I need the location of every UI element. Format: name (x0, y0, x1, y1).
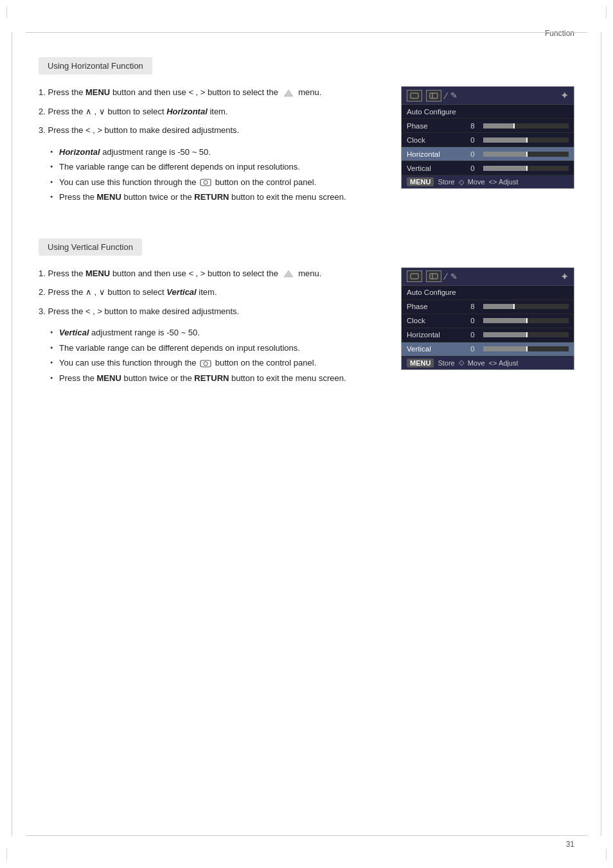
horizontal-bar-v (483, 332, 569, 337)
svg-point-7 (204, 181, 208, 184)
horizontal-content-row: 1. Press the MENU button and then use < … (39, 86, 574, 206)
clock-value-h: 0 (465, 136, 481, 144)
horizontal-bullets: Horizontal adjustment range is -50 ~ 50.… (51, 146, 388, 204)
horizontal-bullet-4: Press the MENU button twice or the RETUR… (51, 191, 388, 204)
horizontal-bullet-3: You can use this function through the bu… (51, 176, 388, 189)
menu-row-vertical-v: Vertical 0 (402, 342, 574, 357)
vertical-bar-h (483, 166, 569, 171)
svg-marker-5 (284, 90, 293, 96)
vertical-content-row: 1. Press the MENU button and then use < … (39, 267, 574, 387)
vbullet-1-kw: Vertical (59, 328, 89, 337)
horizontal-marker-v (526, 332, 528, 337)
menu-icon-1-v (407, 270, 422, 282)
ctrl-panel-icon-v (200, 359, 211, 368)
vstep-2-kw: Vertical (166, 287, 197, 297)
menu-arrow-icon-footer-v: ◇ (459, 359, 464, 367)
menu-row-autoconfigure-v: Auto Configure (402, 286, 574, 300)
menu-row-clock-v: Clock 0 (402, 314, 574, 328)
svg-rect-14 (411, 274, 418, 279)
svg-marker-11 (284, 270, 293, 277)
menu-row-phase-h: Phase 8 (402, 119, 574, 133)
menu-store-h: Store (438, 178, 454, 186)
phase-value-v: 8 (465, 303, 481, 310)
phase-bar-h (483, 123, 569, 128)
vstep-2-num: 2. (39, 287, 46, 297)
horizontal-bar-h (483, 152, 569, 157)
right-margin-line (601, 32, 601, 836)
step-2-num: 2. (39, 107, 46, 116)
horizontal-value-h: 0 (465, 150, 481, 158)
vertical-marker-h (526, 166, 528, 171)
vbullet-4-return-kw: RETURN (194, 373, 229, 383)
page-number: 31 (566, 840, 574, 849)
page: Function Using Horizontal Function 1. Pr… (0, 0, 613, 868)
bullet-1-kw: Horizontal (59, 147, 100, 157)
menu-btn-h: MENU (407, 177, 434, 186)
menu-icon-1-h (407, 90, 422, 102)
vertical-text-col: 1. Press the MENU button and then use < … (39, 267, 388, 387)
phase-bar-v (483, 304, 569, 309)
menu-icon-plus-h: ✦ (560, 89, 569, 102)
icon-screen-h (410, 93, 419, 99)
phase-bar-inner-h (483, 123, 513, 128)
corner-bracket-bl (6, 849, 19, 862)
horizontal-steps: 1. Press the MENU button and then use < … (39, 86, 388, 137)
vertical-bullet-3: You can use this function through the bu… (51, 357, 388, 369)
left-margin-line (12, 32, 12, 836)
svg-rect-8 (411, 93, 418, 98)
horizontal-section-title: Using Horizontal Function (39, 57, 152, 75)
icon-screen2-h (429, 93, 438, 99)
horizontal-bar-inner-h (483, 152, 526, 157)
horizontal-menu-ui: ⁄ ✎ ✦ Auto Configure Phase 8 (401, 86, 574, 189)
clock-bar-inner-h (483, 137, 526, 143)
menu-row-autoconfigure-h: Auto Configure (402, 105, 574, 119)
vertical-section: Using Vertical Function 1. Press the MEN… (39, 238, 574, 387)
autoconfigure-label-v: Auto Configure (407, 288, 465, 296)
clock-bar-v (483, 318, 569, 323)
vertical-label-h: Vertical (407, 164, 465, 172)
clock-bar-h (483, 137, 569, 143)
phase-label-h: Phase (407, 122, 465, 130)
clock-bar-inner-v (483, 318, 526, 323)
vertical-bullet-1: Vertical adjustment range is -50 ~ 50. (51, 326, 388, 339)
vstep-1-menu-kw: MENU (85, 269, 110, 278)
horizontal-section: Using Horizontal Function 1. Press the M… (39, 57, 574, 206)
clock-value-v: 0 (465, 317, 481, 324)
top-margin-line (26, 32, 587, 33)
menu-btn-v: MENU (407, 359, 434, 368)
phase-bar-inner-v (483, 304, 513, 309)
menu-icon-2-v (426, 270, 441, 282)
menu-adjust-v: <> Adjust (489, 359, 519, 367)
horizontal-bar-inner-v (483, 332, 526, 337)
menu-store-v: Store (438, 359, 454, 367)
menu-slash-h: ⁄ (445, 91, 447, 101)
svg-rect-9 (430, 93, 438, 98)
vstep-1-num: 1. (39, 269, 46, 278)
corner-bracket-tr (594, 6, 607, 19)
vertical-section-title: Using Vertical Function (39, 238, 142, 256)
vertical-label-v: Vertical (407, 345, 465, 353)
vertical-marker-v (526, 346, 528, 351)
vertical-bullets: Vertical adjustment range is -50 ~ 50. T… (51, 326, 388, 384)
phase-marker-v (513, 304, 515, 309)
menu-row-horizontal-h: Horizontal 0 (402, 147, 574, 161)
phase-value-h: 8 (465, 122, 481, 130)
vertical-step-1: 1. Press the MENU button and then use < … (39, 267, 388, 280)
menu-row-horizontal-v: Horizontal 0 (402, 328, 574, 342)
vertical-step-2: 2. Press the ∧ , ∨ button to select Vert… (39, 286, 388, 299)
menu-ui-horizontal: ⁄ ✎ ✦ Auto Configure Phase 8 (401, 86, 574, 189)
vertical-bullet-2: The variable range can be different depe… (51, 342, 388, 355)
step-1-menu-kw: MENU (85, 87, 110, 97)
vertical-value-h: 0 (465, 164, 481, 172)
menu-move-v: Move (468, 359, 485, 367)
clock-label-h: Clock (407, 136, 465, 144)
horizontal-bullet-2: The variable range can be different depe… (51, 161, 388, 173)
icon-screen2-v (429, 273, 438, 279)
menu-rows-h: Auto Configure Phase 8 Clock (402, 105, 574, 175)
horizontal-step-1: 1. Press the MENU button and then use < … (39, 86, 388, 99)
horizontal-marker-h (526, 152, 528, 157)
vertical-bar-inner-v (483, 346, 526, 351)
vertical-value-v: 0 (465, 345, 481, 353)
corner-bracket-tl (6, 6, 19, 19)
clock-marker-v (526, 318, 528, 323)
